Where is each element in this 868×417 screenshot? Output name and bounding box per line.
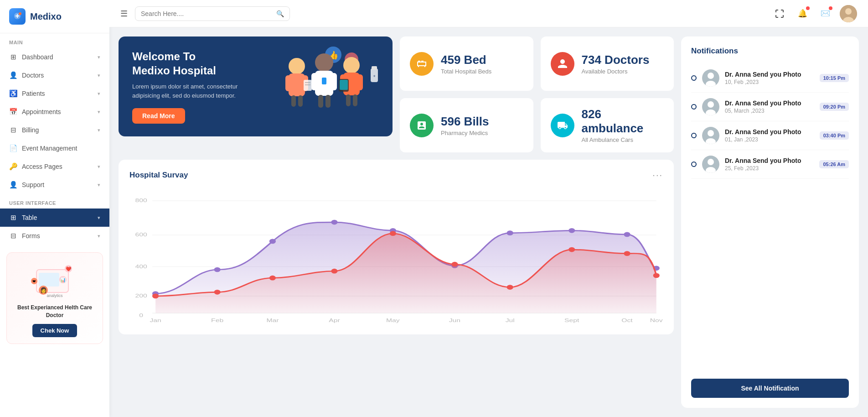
sidebar-label-doctors: Doctors [22,72,44,79]
svg-rect-1 [16,16,19,16]
svg-point-72 [390,231,396,236]
sidebar-label-event: Event Management [22,145,77,152]
see-all-notification-button[interactable]: See All Notification [691,379,849,398]
doctors-label: Available Doctors [582,68,650,75]
notifications-list: Dr. Anna Send you Photo 10, Feb ,2023 10… [691,64,849,370]
sidebar-item-table[interactable]: ⊞ Table ▾ [0,208,109,227]
svg-text:200: 200 [135,292,147,299]
sidebar-item-dashboard[interactable]: ⊞ Dashboard ▾ [0,48,109,66]
svg-text:800: 800 [135,197,147,203]
bills-icon [410,114,434,137]
notification-button[interactable]: 🔔 [794,5,811,22]
chart-header: Hospital Survay ··· [129,170,663,180]
sidebar-item-appointments[interactable]: 📅 Appointments ▾ [0,103,109,121]
stat-card-beds: 459 Bed Total Hospital Beds [400,36,533,91]
svg-point-68 [152,294,159,299]
notif-avatar-1 [702,98,719,115]
notif-name-0: Dr. Anna Send you Photo [725,71,814,78]
search-input[interactable] [141,10,273,17]
chart-title: Hospital Survay [129,171,188,180]
notif-date-1: 05, March ,2023 [725,108,814,114]
beds-icon [410,52,434,76]
chart-more-button[interactable]: ··· [652,170,663,180]
chevron-icon-7: ▾ [98,182,100,188]
svg-text:❤: ❤ [32,279,36,284]
beds-label: Total Hospital Beds [441,68,491,75]
notif-item-3: Dr. Anna Send you Photo 25, Feb ,2023 05… [691,150,849,179]
svg-point-66 [624,232,630,237]
search-box: 🔍 [135,6,290,21]
bills-label: Pharmacy Medics [441,130,489,136]
promo-button[interactable]: Chek Now [32,324,78,337]
chevron-icon-6: ▾ [98,164,100,170]
user-avatar[interactable] [840,5,857,22]
stat-info-bills: 596 Bills Pharmacy Medics [441,115,489,136]
notif-info-0: Dr. Anna Send you Photo 10, Feb ,2023 [725,71,814,85]
notif-dot-1 [691,104,697,109]
sidebar-item-billing[interactable]: ⊟ Billing ▾ [0,121,109,139]
top-row: Welcome ToMedixo Hospital Lorem ipsum do… [119,36,674,152]
notif-time-3: 05:26 Am [819,160,849,168]
welcome-title: Welcome ToMedixo Hospital [132,49,379,78]
svg-point-2 [19,12,21,15]
sidebar-item-patients[interactable]: ♿ Patients ▾ [0,84,109,103]
sidebar-label-appointments: Appointments [22,108,61,115]
svg-point-95 [708,130,714,136]
svg-text:Jun: Jun [449,317,460,323]
logo-icon [9,8,26,25]
doctors-number: 734 Doctors [582,53,650,67]
menu-button[interactable]: ☰ [120,9,128,19]
notif-date-2: 01, Jan ,2023 [725,136,814,143]
notif-dot-0 [691,75,697,81]
mail-icon: ✉️ [821,9,830,18]
sidebar-label-table: Table [22,214,37,221]
notifications-title: Notifications [691,47,849,56]
notif-item-2: Dr. Anna Send you Photo 01, Jan ,2023 03… [691,121,849,150]
ambulance-icon [551,114,574,137]
support-icon: 👤 [9,181,17,189]
table-icon: ⊞ [9,214,17,222]
promo-title: Best Experianced Helth Care Doctor [13,304,96,319]
svg-point-92 [708,101,714,108]
svg-point-73 [451,262,458,267]
sidebar: Medixo Main ⊞ Dashboard ▾ 👤 Doctors ▾ ♿ … [0,0,109,417]
notif-time-2: 03:40 Pm [820,131,849,140]
stat-info-beds: 459 Bed Total Hospital Beds [441,53,491,75]
stat-info-doctors: 734 Doctors Available Doctors [582,53,650,75]
svg-point-69 [214,290,220,295]
svg-text:Apr: Apr [329,317,340,323]
svg-text:👩: 👩 [40,287,47,293]
header: ☰ 🔍 🔔 ✉️ [109,0,868,27]
expand-button[interactable] [771,5,788,22]
mail-button[interactable]: ✉️ [817,5,833,22]
notif-avatar-3 [702,156,719,173]
dashboard-icon: ⊞ [9,53,17,61]
notif-item-0: Dr. Anna Send you Photo 10, Feb ,2023 10… [691,64,849,93]
notif-name-2: Dr. Anna Send you Photo [725,128,814,136]
svg-point-98 [708,159,714,165]
read-more-button[interactable]: Read More [132,108,185,124]
sidebar-item-access-pages[interactable]: 🔑 Access Pages ▾ [0,157,109,176]
chevron-icon: ▾ [98,54,100,60]
bills-number: 596 Bills [441,115,489,129]
sidebar-item-forms[interactable]: ⊟ Forms ▾ [0,227,109,245]
stat-card-bills: 596 Bills Pharmacy Medics [400,98,533,152]
svg-point-59 [214,267,220,272]
chart-card: Hospital Survay ··· 800 600 400 200 0 [119,160,674,334]
notifications-card: Notifications Dr. Anna Send you Photo 10… [681,36,859,408]
notif-info-1: Dr. Anna Send you Photo 05, March ,2023 [725,99,814,114]
sidebar-item-support[interactable]: 👤 Support ▾ [0,176,109,194]
doctors-stat-icon [551,52,574,76]
welcome-banner: Welcome ToMedixo Hospital Lorem ipsum do… [119,36,393,136]
stat-card-ambulance: 826 ambulance All Ambulance Cars [541,98,674,152]
sidebar-item-doctors[interactable]: 👤 Doctors ▾ [0,66,109,84]
svg-text:400: 400 [135,263,147,270]
doctors-icon: 👤 [9,71,17,79]
sidebar-logo[interactable]: Medixo [0,0,109,33]
svg-point-61 [331,220,337,225]
notif-date-0: 10, Feb ,2023 [725,79,814,85]
svg-point-65 [568,228,575,233]
main-area: ☰ 🔍 🔔 ✉️ [109,0,868,417]
event-icon: 📄 [9,144,17,152]
sidebar-item-event-management[interactable]: 📄 Event Management [0,139,109,157]
